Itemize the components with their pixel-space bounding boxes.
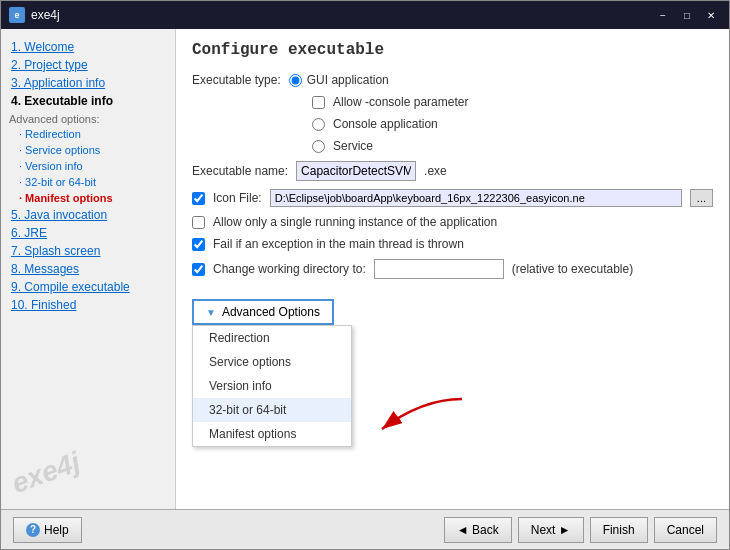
sidebar-item-bit-options[interactable]: · 32-bit or 64-bit xyxy=(9,175,167,189)
advanced-options-dropdown: Redirection Service options Version info… xyxy=(192,325,352,447)
dropdown-item-bit-options[interactable]: 32-bit or 64-bit xyxy=(193,398,351,422)
title-bar-title: exe4j xyxy=(31,8,60,22)
help-button[interactable]: ? Help xyxy=(13,517,82,543)
allow-console-row: Allow -console parameter xyxy=(312,95,713,109)
app-icon: e xyxy=(9,7,25,23)
sidebar-item-welcome[interactable]: 1. Welcome xyxy=(9,39,167,55)
title-bar-left: e exe4j xyxy=(9,7,60,23)
sidebar-item-finished[interactable]: 10. Finished xyxy=(9,297,167,313)
sidebar-watermark: exe4j xyxy=(8,446,85,500)
maximize-button[interactable]: □ xyxy=(677,7,697,23)
console-app-label: Console application xyxy=(333,117,438,131)
sidebar-item-project-type[interactable]: 2. Project type xyxy=(9,57,167,73)
gui-radio-row: GUI application xyxy=(289,73,389,87)
bottom-bar: ? Help ◄ Back Next ► Finish Cancel xyxy=(1,509,729,549)
finish-button[interactable]: Finish xyxy=(590,517,648,543)
advanced-options-label: Advanced Options xyxy=(222,305,320,319)
advanced-options-label: Advanced options: xyxy=(9,113,167,125)
back-button[interactable]: ◄ Back xyxy=(444,517,512,543)
relative-label: (relative to executable) xyxy=(512,262,633,276)
help-label: Help xyxy=(44,523,69,537)
close-button[interactable]: ✕ xyxy=(701,7,721,23)
dropdown-arrow-icon: ▼ xyxy=(206,307,216,318)
browse-button[interactable]: ... xyxy=(690,189,713,207)
fail-exception-label: Fail if an exception in the main thread … xyxy=(213,237,464,251)
gui-radio-label: GUI application xyxy=(307,73,389,87)
console-app-row: Console application xyxy=(312,117,713,131)
working-dir-label: Change working directory to: xyxy=(213,262,366,276)
exec-type-row: Executable type: GUI application xyxy=(192,73,713,87)
sidebar-item-compile[interactable]: 9. Compile executable xyxy=(9,279,167,295)
dropdown-item-redirection[interactable]: Redirection xyxy=(193,326,351,350)
allow-console-checkbox[interactable] xyxy=(312,96,325,109)
sidebar-item-java-invocation[interactable]: 5. Java invocation xyxy=(9,207,167,223)
sidebar-item-exec-info[interactable]: 4. Executable info xyxy=(9,93,167,109)
next-button[interactable]: Next ► xyxy=(518,517,584,543)
single-instance-checkbox[interactable] xyxy=(192,216,205,229)
service-label: Service xyxy=(333,139,373,153)
exec-type-label: Executable type: xyxy=(192,73,281,87)
dropdown-item-service-options[interactable]: Service options xyxy=(193,350,351,374)
allow-console-label: Allow -console parameter xyxy=(333,95,468,109)
cancel-button[interactable]: Cancel xyxy=(654,517,717,543)
working-dir-checkbox[interactable] xyxy=(192,263,205,276)
gui-radio[interactable] xyxy=(289,74,302,87)
main-window: e exe4j − □ ✕ 1. Welcome 2. Project type… xyxy=(0,0,730,550)
console-radio[interactable] xyxy=(312,118,325,131)
service-radio[interactable] xyxy=(312,140,325,153)
page-title: Configure executable xyxy=(192,41,713,59)
exe-suffix: .exe xyxy=(424,164,447,178)
dropdown-item-version-info[interactable]: Version info xyxy=(193,374,351,398)
fail-exception-row: Fail if an exception in the main thread … xyxy=(192,237,713,251)
service-row: Service xyxy=(312,139,713,153)
icon-file-row: Icon File: ... xyxy=(192,189,713,207)
single-instance-label: Allow only a single running instance of … xyxy=(213,215,497,229)
exec-name-label: Executable name: xyxy=(192,164,288,178)
sidebar-item-manifest-options[interactable]: · Manifest options xyxy=(9,191,167,205)
sidebar-item-redirection[interactable]: · Redirection xyxy=(9,127,167,141)
icon-file-label: Icon File: xyxy=(213,191,262,205)
sidebar-item-messages[interactable]: 8. Messages xyxy=(9,261,167,277)
arrow-annotation xyxy=(362,389,482,449)
minimize-button[interactable]: − xyxy=(653,7,673,23)
title-bar-controls: − □ ✕ xyxy=(653,7,721,23)
help-icon: ? xyxy=(26,523,40,537)
sidebar-item-splash-screen[interactable]: 7. Splash screen xyxy=(9,243,167,259)
title-bar: e exe4j − □ ✕ xyxy=(1,1,729,29)
advanced-options-button[interactable]: ▼ Advanced Options xyxy=(192,299,334,325)
advanced-options-container: ▼ Advanced Options Redirection Service o… xyxy=(192,299,334,325)
icon-file-checkbox[interactable] xyxy=(192,192,205,205)
sidebar-item-jre[interactable]: 6. JRE xyxy=(9,225,167,241)
icon-file-input[interactable] xyxy=(270,189,682,207)
fail-exception-checkbox[interactable] xyxy=(192,238,205,251)
sidebar-item-app-info[interactable]: 3. Application info xyxy=(9,75,167,91)
sidebar: 1. Welcome 2. Project type 3. Applicatio… xyxy=(1,29,176,509)
sidebar-item-service-options[interactable]: · Service options xyxy=(9,143,167,157)
sidebar-item-version-info[interactable]: · Version info xyxy=(9,159,167,173)
exec-name-row: Executable name: .exe xyxy=(192,161,713,181)
exec-name-input[interactable] xyxy=(296,161,416,181)
window-content: 1. Welcome 2. Project type 3. Applicatio… xyxy=(1,29,729,509)
working-dir-row: Change working directory to: (relative t… xyxy=(192,259,713,279)
single-instance-row: Allow only a single running instance of … xyxy=(192,215,713,229)
dropdown-item-manifest-options[interactable]: Manifest options xyxy=(193,422,351,446)
main-content: Configure executable Executable type: GU… xyxy=(176,29,729,509)
working-dir-input[interactable] xyxy=(374,259,504,279)
